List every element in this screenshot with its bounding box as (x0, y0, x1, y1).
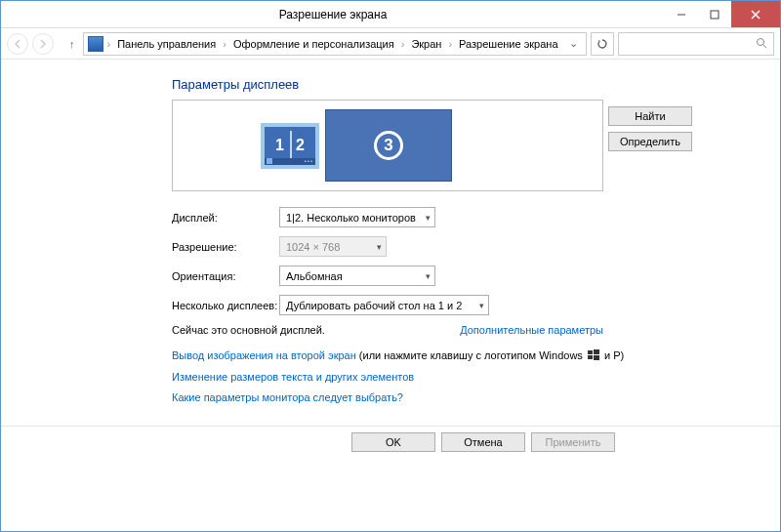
settings-form: Дисплей: 1|2. Несколько мониторов▾ Разре… (172, 207, 603, 315)
chevron-down-icon: ▾ (426, 271, 431, 281)
windows-key-icon (586, 349, 601, 362)
svg-rect-1 (711, 11, 719, 19)
display-select[interactable]: 1|2. Несколько мониторов▾ (279, 207, 435, 227)
breadcrumb-2[interactable]: Экран (408, 37, 444, 51)
taskbar-icon: ••• (265, 158, 315, 165)
cancel-button[interactable]: Отмена (441, 432, 525, 452)
breadcrumb-1[interactable]: Оформление и персонализация (230, 37, 397, 51)
multi-display-select[interactable]: Дублировать рабочий стол на 1 и 2▾ (279, 295, 489, 315)
breadcrumb-3[interactable]: Разрешение экрана (456, 37, 560, 51)
chevron-right-icon: › (399, 38, 407, 50)
ok-button[interactable]: OK (351, 432, 435, 452)
nav-bar: ↑ › Панель управления › Оформление и пер… (1, 28, 780, 60)
which-settings-link[interactable]: Какие параметры монитора следует выбрать… (172, 391, 403, 403)
monitor-number-3: 3 (374, 131, 403, 160)
minimize-button[interactable] (665, 1, 698, 27)
monitor-number-1: 1 (275, 137, 284, 154)
multi-display-label: Несколько дисплеев: (172, 300, 279, 311)
breadcrumb-root[interactable]: Панель управления (114, 37, 219, 51)
project-line: Вывод изображения на второй экран (или н… (172, 349, 780, 362)
svg-line-5 (763, 45, 766, 48)
maximize-button[interactable] (698, 1, 731, 27)
window-controls (665, 1, 780, 27)
close-button[interactable] (731, 1, 780, 27)
project-second-screen-link[interactable]: Вывод изображения на второй экран (172, 349, 356, 361)
orientation-select[interactable]: Альбомная▾ (279, 266, 435, 286)
display-label: Дисплей: (172, 212, 279, 224)
svg-rect-9 (594, 355, 599, 360)
svg-rect-7 (594, 349, 599, 354)
content-area: Параметры дисплеев 1 2 ••• 3 Найти Опред… (1, 60, 780, 403)
chevron-down-icon: ▾ (426, 213, 431, 223)
monitor-thumb-1-2[interactable]: 1 2 ••• (261, 123, 319, 169)
detect-button[interactable]: Найти (608, 106, 692, 126)
primary-display-status: Сейчас это основной дисплей. (172, 324, 325, 336)
resolution-label: Разрешение: (172, 241, 279, 253)
refresh-button[interactable] (591, 32, 614, 56)
forward-button[interactable] (32, 33, 54, 55)
dialog-buttons: OK Отмена Применить (351, 432, 615, 452)
control-panel-icon (88, 36, 103, 52)
monitor-thumb-3[interactable]: 3 (325, 109, 452, 182)
chevron-down-icon[interactable]: ⌄ (569, 37, 582, 50)
page-heading: Параметры дисплеев (172, 77, 780, 92)
advanced-settings-link[interactable]: Дополнительные параметры (460, 324, 603, 336)
identify-button[interactable]: Определить (608, 132, 692, 151)
svg-point-4 (758, 38, 764, 45)
apply-button: Применить (531, 432, 615, 452)
svg-rect-6 (588, 350, 593, 354)
window-title: Разрешение экрана (1, 8, 665, 21)
display-preview[interactable]: 1 2 ••• 3 Найти Определить (172, 100, 603, 191)
up-button[interactable]: ↑ (65, 38, 79, 50)
breadcrumb[interactable]: › Панель управления › Оформление и персо… (83, 32, 588, 56)
chevron-right-icon: › (446, 38, 454, 50)
monitor-number-2: 2 (296, 137, 305, 154)
chevron-right-icon: › (221, 38, 228, 50)
text-size-link[interactable]: Изменение размеров текста и других элеме… (172, 371, 414, 383)
chevron-right-icon: › (105, 38, 113, 50)
back-button[interactable] (7, 33, 28, 55)
svg-rect-8 (588, 355, 593, 359)
resolution-select: 1024 × 768▾ (279, 236, 387, 257)
chevron-down-icon: ▾ (377, 242, 382, 252)
orientation-label: Ориентация: (172, 270, 279, 282)
chevron-down-icon: ▾ (479, 301, 484, 310)
search-icon (756, 37, 767, 51)
search-input[interactable] (618, 32, 774, 56)
title-bar: Разрешение экрана (1, 1, 780, 28)
footer-separator (1, 426, 780, 427)
